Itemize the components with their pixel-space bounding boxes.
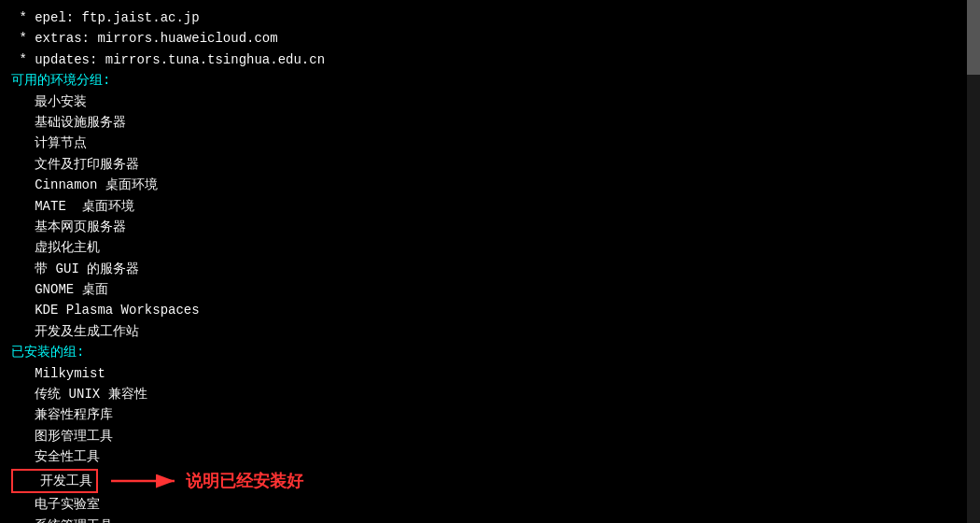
line-updates: * updates: mirrors.tuna.tsinghua.edu.cn [11,49,969,70]
line-cinnamon: Cinnamon 桌面环境 [11,175,969,195]
line-file-print: 文件及打印服务器 [11,154,969,175]
dev-tools-row: 开发工具 说明已经安装好 [11,468,969,495]
line-kde: KDE Plasma Workspaces [11,300,969,320]
scrollbar-thumb[interactable] [967,0,980,75]
line-installed-groups: 已安装的组: [11,342,969,362]
line-electronics-lab: 电子实验室 [11,494,969,515]
line-infra: 基础设施服务器 [11,112,969,133]
line-gui-server: 带 GUI 的服务器 [11,259,969,279]
line-compute: 计算节点 [11,133,969,153]
line-system-mgmt: 系统管理工具 [11,516,969,523]
annotation-label: 说明已经安装好 [186,468,303,495]
line-compat-lib: 兼容性程序库 [11,404,969,425]
line-available-groups: 可用的环境分组: [11,70,969,91]
arrow-annotation: 说明已经安装好 [107,468,303,495]
terminal-window: * epel: ftp.jaist.ac.jp * extras: mirror… [0,0,980,523]
terminal-output: * epel: ftp.jaist.ac.jp * extras: mirror… [11,7,969,523]
line-gnome: GNOME 桌面 [11,279,969,300]
line-unix-compat: 传统 UNIX 兼容性 [11,384,969,404]
line-minimal: 最小安装 [11,92,969,112]
line-virt: 虚拟化主机 [11,237,969,258]
line-mate: MATE 桌面环境 [11,196,969,217]
line-web: 基本网页服务器 [11,217,969,237]
line-graphics-tools: 图形管理工具 [11,426,969,446]
dev-tools-boxed: 开发工具 [11,469,98,493]
arrow-icon [107,470,182,492]
scrollbar[interactable] [967,0,980,523]
line-milkymist: Milkymist [11,363,969,384]
line-extras: * extras: mirrors.huaweicloud.com [11,28,969,49]
line-epel: * epel: ftp.jaist.ac.jp [11,7,969,28]
line-dev-workstation: 开发及生成工作站 [11,321,969,342]
line-security-tools: 安全性工具 [11,446,969,467]
